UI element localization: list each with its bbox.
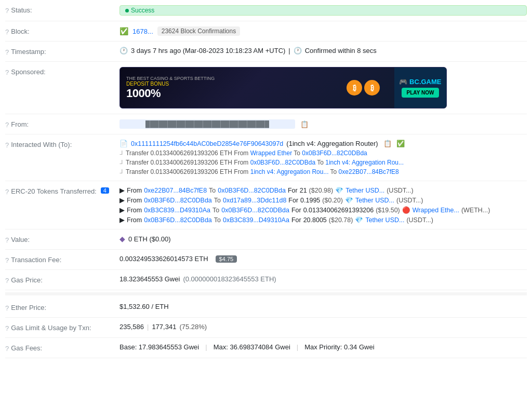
from-label-1: From (127, 187, 142, 194)
ad-text-area: THE BEST CASINO & SPORTS BETTING DEPOSIT… (120, 72, 332, 104)
question-icon-gl: ? (5, 324, 9, 332)
value-col-eth: ◆ 0 ETH ($0.00) (119, 235, 527, 243)
transfer-line-3: Transfer 0.013340062691393206 ETH From 1… (119, 168, 527, 175)
contract-inline: 📄 0x1111111254fb6c44bAC0beD2854e76F90643… (119, 140, 527, 147)
from-address[interactable]: ████████████████████████████ (119, 119, 295, 129)
to-arrow-1: To (209, 187, 216, 194)
transfer-link-wrapped[interactable]: Wrapped Ether (250, 150, 292, 157)
token-row-1: ▶ From 0xe22B07...84Bc7fE8 To 0x0B3F6D..… (119, 186, 527, 194)
eth-icon: ◆ (119, 235, 125, 243)
question-icon-ep: ? (5, 304, 9, 312)
for-label-1: For (288, 187, 298, 194)
ad-right-panel: 🎮 BC.GAME PLAY NOW (394, 67, 446, 108)
copy-icon[interactable]: 📋 (300, 120, 309, 128)
check-icon: ✅ (119, 27, 128, 35)
block-number-link[interactable]: 1678... (132, 28, 153, 35)
token-name-2[interactable]: Tether USD... (355, 197, 394, 204)
transfer-link-3b[interactable]: 0xe22B07...84Bc7fE8 (339, 168, 399, 175)
status-label: ? Status: (5, 5, 119, 15)
question-icon-gp: ? (5, 277, 9, 284)
token-row-4: ▶ From 0x0B3F6D...82C0DBda To 0xB3C839..… (119, 216, 527, 224)
ad-big-text: 1000% (126, 87, 326, 100)
ether-price-label: ? Ether Price: (5, 303, 119, 312)
from-inline: ████████████████████████████ 📋 (119, 119, 527, 129)
bc-game-logo: 🎮 BC.GAME (399, 78, 441, 86)
gas-max: Max: 36.698374084 Gwei (214, 343, 290, 351)
from-label-4: From (127, 216, 142, 224)
gas-eth: (0.000000018323645553 ETH) (183, 275, 276, 283)
clock-icon: 🕐 (119, 47, 128, 55)
ad-banner[interactable]: THE BEST CASINO & SPORTS BETTING DEPOSIT… (119, 67, 447, 108)
confirmations-badge: 23624 Block Confirmations (157, 26, 240, 36)
token-from-1[interactable]: 0xe22B07...84Bc7fE8 (144, 187, 207, 194)
token-name-3[interactable]: Wrapped Ethe... (413, 207, 459, 214)
gas-usage-num: 177,341 (152, 323, 176, 331)
contract-file-icon: 📄 (119, 140, 128, 147)
token-name-1[interactable]: Tether USD... (345, 187, 384, 194)
transfer-link-3a[interactable]: 1inch v4: Aggregation Rou... (250, 168, 329, 175)
sponsored-label: ? Sponsored: (5, 67, 119, 76)
erc20-value: ▶ From 0xe22B07...84Bc7fE8 To 0x0B3F6D..… (119, 186, 527, 224)
gas-price-row: ? Gas Price: 18.323645553 Gwei (0.000000… (5, 270, 527, 290)
status-row: ? Status: Success (5, 0, 527, 21)
question-icon: ? (5, 7, 9, 15)
transfer-link-2b[interactable]: 1inch v4: Aggregation Rou... (325, 159, 404, 166)
gas-usage-pct: (75.28%) (179, 323, 207, 331)
from-value: ████████████████████████████ 📋 (119, 119, 527, 129)
ether-price-text: $1,532.60 / ETH (119, 303, 527, 310)
token-to-3[interactable]: 0x0B3F6D...82C0DBda (221, 207, 289, 214)
token-icon-2: 💎 (345, 196, 353, 204)
token-usd-4: ($20.78) (329, 216, 353, 224)
token-to-4[interactable]: 0xB3C839...D49310Aa (223, 216, 289, 224)
block-row: ? Block: ✅ 1678... 23624 Block Confirmat… (5, 21, 527, 42)
transfer-link-1[interactable]: 0x0B3F6D...82C0DBda (302, 150, 367, 157)
interacted-with-value: 📄 0x1111111254fb6c44bAC0beD2854e76F90643… (119, 140, 527, 175)
token-from-2[interactable]: 0x0B3F6D...82C0DBda (144, 197, 212, 204)
token-from-3[interactable]: 0xB3C839...D49310Aa (144, 207, 210, 214)
token-symbol-2: (USDT...) (396, 197, 423, 204)
to-arrow-2: To (214, 197, 221, 204)
ad-small-text: THE BEST CASINO & SPORTS BETTING (126, 76, 326, 81)
token-to-2[interactable]: 0xd17a89...3Ddc11d8 (223, 197, 286, 204)
gas-fees-inline: Base: 17.983645553 Gwei | Max: 36.698374… (119, 343, 527, 351)
timestamp-value: 🕐 3 days 7 hrs ago (Mar-08-2023 10:18:23… (119, 47, 527, 55)
value-inline: ◆ 0 ETH ($0.00) (119, 235, 527, 243)
arrow-icon-3: ▶ (119, 206, 125, 214)
token-symbol-1: (USDT...) (387, 187, 413, 194)
erc20-count: 4 (101, 187, 109, 194)
token-icon-3: 🔴 (402, 206, 410, 214)
question-icon-iw: ? (5, 141, 9, 149)
question-icon-block: ? (5, 28, 9, 36)
arrow-icon-1: ▶ (119, 186, 125, 194)
fee-usd-badge: $4.75 (216, 255, 237, 263)
gas-limit-inline: 235,586 | 177,341 (75.28%) (119, 323, 527, 331)
pipe-divider: | (288, 47, 290, 55)
arrow-icon-4: ▶ (119, 216, 125, 224)
from-label: ? From: (5, 119, 119, 129)
timestamp-row: ? Timestamp: 🕐 3 days 7 hrs ago (Mar-08-… (5, 42, 527, 62)
transfer-line-1: Transfer 0.013340062691393206 ETH From W… (119, 150, 527, 157)
gas-limit-row: ? Gas Limit & Usage by Txn: 235,586 | 17… (5, 318, 527, 338)
transfer-link-2a[interactable]: 0x0B3F6D...82C0DBda (250, 159, 315, 166)
token-row-2: ▶ From 0x0B3F6D...82C0DBda To 0xd17a89..… (119, 196, 527, 204)
gas-max-priority: Max Priority: 0.34 Gwei (304, 343, 374, 351)
token-to-1[interactable]: 0x0B3F6D...82C0DBda (218, 187, 286, 194)
for-label-2: For (288, 197, 298, 204)
gas-price-label: ? Gas Price: (5, 275, 119, 284)
interacted-with-row: ? Interacted With (To): 📄 0x1111111254fb… (5, 134, 527, 181)
bitcoin-icon: ₿ (347, 80, 362, 96)
token-name-4[interactable]: Tether USD... (365, 216, 404, 224)
timestamp-label: ? Timestamp: (5, 47, 119, 56)
pipe-gf2: | (297, 343, 298, 351)
block-label: ? Block: (5, 26, 119, 36)
for-label-4: For (291, 216, 301, 224)
contract-address-link[interactable]: 0x1111111254fb6c44bAC0beD2854e76F9064309… (131, 140, 283, 147)
play-now-button[interactable]: PLAY NOW (402, 88, 440, 98)
copy-icon-contract[interactable]: 📋 (383, 140, 392, 147)
question-icon-sp: ? (5, 69, 9, 76)
sponsored-value: THE BEST CASINO & SPORTS BETTING DEPOSIT… (119, 67, 527, 108)
token-from-4[interactable]: 0x0B3F6D...82C0DBda (144, 216, 212, 224)
clock-icon-2: 🕐 (294, 47, 302, 55)
confirmed-text: Confirmed within 8 secs (305, 47, 377, 55)
status-value: Success (119, 5, 527, 16)
